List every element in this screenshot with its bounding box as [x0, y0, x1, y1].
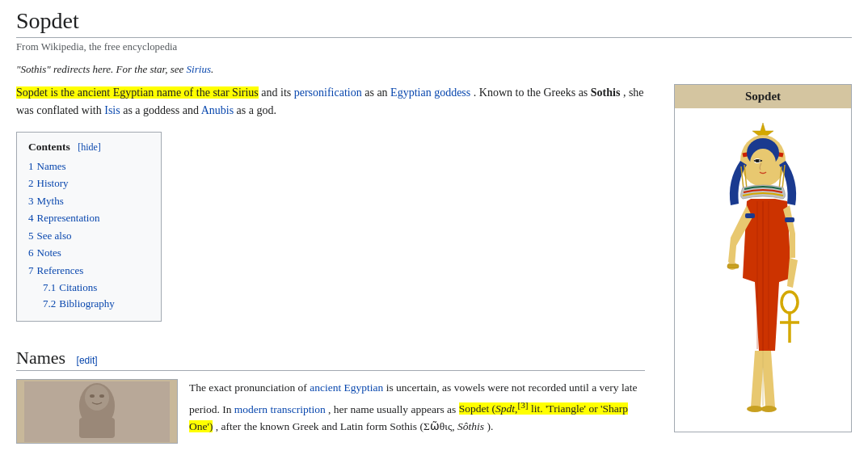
anubis-link[interactable]: Anubis	[201, 104, 234, 116]
svg-rect-28	[727, 264, 739, 268]
names-text: The exact pronunciation of ancient Egypt…	[189, 379, 645, 444]
toc-notes-link[interactable]: 6Notes	[28, 246, 61, 259]
toc-sub-list: 7.1Citations 7.2Bibliography	[28, 280, 150, 311]
intro-paragraph: Sopdet is the ancient Egyptian name of t…	[16, 84, 645, 120]
svg-point-4	[90, 394, 95, 398]
intro-highlight: Sopdet is the ancient Egyptian name of t…	[16, 86, 259, 99]
redirect-notice: "Sothis" redirects here. For the star, s…	[16, 63, 852, 76]
contents-box: Contents [hide] 1Names 2History 3Myths 4…	[16, 132, 162, 322]
names-edit-anchor[interactable]: edit	[79, 355, 95, 366]
toc-names-link[interactable]: 1Names	[28, 160, 66, 172]
svg-point-5	[99, 394, 104, 398]
list-item: 7References 7.1Citations 7.2Bibliography	[28, 263, 150, 312]
sirius-link[interactable]: Sirius	[187, 63, 211, 75]
svg-point-2	[85, 385, 109, 411]
contents-list: 1Names 2History 3Myths 4Representation 5…	[28, 158, 150, 312]
names-heading: Names [edit]	[16, 348, 645, 371]
list-item: 7.2Bibliography	[43, 296, 150, 312]
personification-link[interactable]: personification	[294, 86, 362, 99]
names-image	[16, 379, 178, 444]
svg-rect-30	[785, 217, 794, 222]
contents-header: Contents [hide]	[28, 141, 150, 154]
list-item: 1Names	[28, 158, 150, 175]
sothis-bold: Sothis	[591, 86, 621, 99]
list-item: 6Notes	[28, 245, 150, 261]
list-item: 2History	[28, 175, 150, 192]
toc-myths-link[interactable]: 3Myths	[28, 195, 64, 207]
list-item: 7.1Citations	[43, 280, 150, 296]
names-edit-link[interactable]: [edit]	[77, 355, 98, 366]
page-title: Sopdet	[16, 8, 852, 38]
toc-see-also-link[interactable]: 5See also	[28, 230, 71, 242]
infobox: Sopdet	[674, 84, 852, 432]
svg-rect-3	[79, 418, 115, 438]
svg-point-27	[761, 406, 777, 412]
infobox-image	[675, 108, 851, 432]
toc-representation-link[interactable]: 4Representation	[28, 212, 99, 224]
ancient-egyptian-link[interactable]: ancient Egyptian	[310, 381, 383, 394]
names-section: The exact pronunciation of ancient Egypt…	[16, 379, 645, 444]
toc-bibliography-link[interactable]: 7.2Bibliography	[43, 297, 115, 310]
list-item: 4Representation	[28, 210, 150, 226]
toc-citations-link[interactable]: 7.1Citations	[43, 281, 97, 293]
toc-references-link[interactable]: 7References	[28, 264, 83, 276]
infobox-title: Sopdet	[675, 85, 851, 108]
wiki-subtitle: From Wikipedia, the free encyclopedia	[16, 41, 852, 53]
goddess-svg	[694, 116, 832, 423]
egyptian-goddess-link[interactable]: Egyptian goddess	[390, 86, 470, 99]
modern-transcription-link[interactable]: modern transcription	[234, 402, 326, 415]
svg-rect-29	[745, 213, 755, 218]
toc-history-link[interactable]: 2History	[28, 177, 69, 189]
list-item: 5See also	[28, 228, 150, 244]
isis-link[interactable]: Isis	[104, 104, 120, 116]
list-item: 3Myths	[28, 193, 150, 209]
contents-hide-button[interactable]: [hide]	[78, 141, 101, 153]
main-content: Sopdet is the ancient Egyptian name of t…	[16, 84, 645, 452]
